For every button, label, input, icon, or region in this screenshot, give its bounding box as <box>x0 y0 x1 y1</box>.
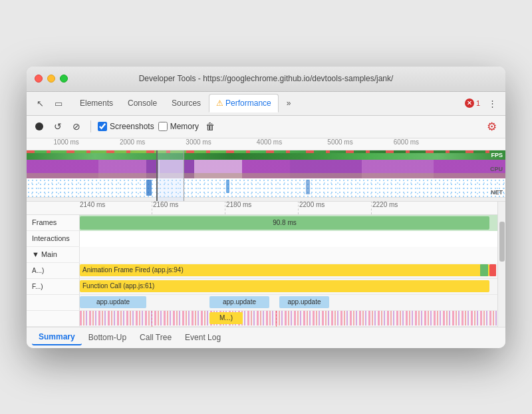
memory-checkbox-label[interactable]: Memory <box>158 122 199 131</box>
bottom-tabs: Summary Bottom-Up Call Tree Event Log <box>27 327 505 348</box>
red-bit-1 <box>489 264 496 276</box>
overview-area: 1000 ms 2000 ms 3000 ms 4000 ms 5000 ms … <box>27 138 505 202</box>
interactions-label: Interactions <box>27 231 80 246</box>
m-bar[interactable]: M...) <box>209 312 243 324</box>
ruler-mark-5000: 5000 ms <box>327 138 352 146</box>
tab-call-tree[interactable]: Call Tree <box>133 330 178 345</box>
fps-label: FPS <box>491 152 503 158</box>
main-content <box>80 247 497 263</box>
tab-elements[interactable]: Elements <box>73 94 120 112</box>
traffic-lights <box>35 75 68 83</box>
animation-frame-bar[interactable]: Animation Frame Fired (app.js:94) <box>80 264 489 276</box>
separator-1 <box>90 120 91 132</box>
window-title: Developer Tools - https://googlechrome.g… <box>139 74 394 83</box>
zoom-mark-2140: 2140 ms <box>80 202 105 209</box>
row-f: F...) Function Call (app.js:61) <box>27 279 497 295</box>
minimize-button[interactable] <box>47 75 55 83</box>
row-app-content: app.update app.update app.update <box>80 295 497 311</box>
row-a: A...) Animation Frame Fired (app.js:94) <box>27 263 497 279</box>
row-detail-content: M...) <box>80 311 497 327</box>
tab-summary[interactable]: Summary <box>32 329 82 345</box>
zoom-line-2 <box>225 202 225 215</box>
row-detail: M...) <box>27 311 497 327</box>
trash-button[interactable]: 🗑 <box>203 119 217 134</box>
clear-button[interactable]: ⊘ <box>69 119 84 134</box>
net-bar-1 <box>146 180 152 196</box>
row-f-label: F...) <box>27 279 80 294</box>
settings-gear-icon[interactable]: ⚙ <box>483 118 500 135</box>
close-button[interactable] <box>35 75 43 83</box>
row-a-content: Animation Frame Fired (app.js:94) <box>80 263 497 279</box>
fps-bar-container: FPS <box>27 150 505 160</box>
timeline-with-scroll: 2140 ms 2160 ms 2180 ms 2200 ms 2220 ms … <box>27 202 505 327</box>
cpu-bar: CPU <box>27 160 505 178</box>
main-label[interactable]: ▼ Main <box>27 247 80 262</box>
frames-content: 90.8 ms <box>80 215 497 231</box>
toolbar: ↺ ⊘ Screenshots Memory 🗑 ⚙ <box>27 116 505 138</box>
zoom-line-1 <box>152 202 152 215</box>
zoom-mark-2160: 2160 ms <box>153 202 178 209</box>
cpu-selection-overlay <box>158 160 184 178</box>
reload-button[interactable]: ↺ <box>51 119 65 134</box>
scrollbar-thumb[interactable] <box>499 222 505 262</box>
toolbar-right: ⚙ <box>483 118 500 135</box>
more-options-icon[interactable]: ⋮ <box>484 95 500 111</box>
tab-bottom-up[interactable]: Bottom-Up <box>82 330 133 345</box>
app-update-bar-2[interactable]: app.update <box>209 296 269 308</box>
ruler-marks-container: 1000 ms 2000 ms 3000 ms 4000 ms 5000 ms … <box>33 138 505 150</box>
net-bar: NET <box>27 178 505 197</box>
device-icon[interactable]: ▭ <box>51 95 66 111</box>
main-label-row: ▼ Main <box>27 247 497 263</box>
ruler-mark-4000: 4000 ms <box>257 138 282 146</box>
frames-row: Frames 90.8 ms <box>27 215 497 231</box>
green-bit-1 <box>480 264 488 276</box>
interactions-row: Interactions <box>27 231 497 247</box>
fps-bar <box>27 150 505 160</box>
ruler-mark-2000: 2000 ms <box>120 138 145 146</box>
error-badge[interactable]: ✕ 1 <box>465 99 480 108</box>
function-call-bar[interactable]: Function Call (app.js:61) <box>80 280 489 292</box>
app-update-bar-1[interactable]: app.update <box>80 296 146 308</box>
timeline-main: 2140 ms 2160 ms 2180 ms 2200 ms 2220 ms … <box>27 202 497 327</box>
ruler-mark-6000: 6000 ms <box>394 138 419 146</box>
zoom-line-3 <box>298 202 299 215</box>
overview-scroll-handle[interactable] <box>27 197 505 201</box>
tab-more[interactable]: » <box>280 94 298 112</box>
record-button[interactable] <box>32 119 47 134</box>
tab-performance[interactable]: ⚠ Performance <box>209 94 279 112</box>
overview-ruler: 1000 ms 2000 ms 3000 ms 4000 ms 5000 ms … <box>27 138 505 150</box>
devtools-window: Developer Tools - https://googlechrome.g… <box>27 67 505 348</box>
cpu-label: CPU <box>490 166 503 172</box>
micro-bars <box>80 311 497 325</box>
screenshots-checkbox-label[interactable]: Screenshots <box>98 122 154 131</box>
title-bar: Developer Tools - https://googlechrome.g… <box>27 67 505 92</box>
error-x-icon: ✕ <box>465 99 474 108</box>
screenshots-checkbox[interactable] <box>98 122 107 131</box>
row-a-label: A...) <box>27 263 80 278</box>
svg-point-0 <box>35 122 43 130</box>
tab-console[interactable]: Console <box>121 94 164 112</box>
tab-sources[interactable]: Sources <box>165 94 207 112</box>
row-app-label <box>27 295 80 310</box>
zoom-mark-2200: 2200 ms <box>299 202 325 209</box>
red-line-1 <box>152 311 152 327</box>
row-detail-label <box>27 311 80 326</box>
cpu-bar-secondary <box>27 173 505 178</box>
frame-block[interactable]: 90.8 ms <box>80 216 489 230</box>
frames-label: Frames <box>27 215 80 230</box>
zoom-mark-2180: 2180 ms <box>226 202 251 209</box>
interactions-content <box>80 231 497 247</box>
maximize-button[interactable] <box>60 75 68 83</box>
cursor-icon[interactable]: ↖ <box>32 95 48 111</box>
app-update-bar-3[interactable]: app.update <box>279 296 329 308</box>
ruler-mark-1000: 1000 ms <box>54 138 79 146</box>
memory-checkbox[interactable] <box>158 122 168 131</box>
row-f-content: Function Call (app.js:61) <box>80 279 497 295</box>
net-dots <box>27 178 505 197</box>
zoom-mark-2220: 2220 ms <box>372 202 398 209</box>
net-label: NET <box>491 189 503 196</box>
tab-event-log[interactable]: Event Log <box>178 330 227 345</box>
row-app-update: app.update app.update app.update <box>27 295 497 311</box>
zoom-ruler: 2140 ms 2160 ms 2180 ms 2200 ms 2220 ms <box>27 202 497 215</box>
vertical-scrollbar[interactable] <box>497 202 505 327</box>
